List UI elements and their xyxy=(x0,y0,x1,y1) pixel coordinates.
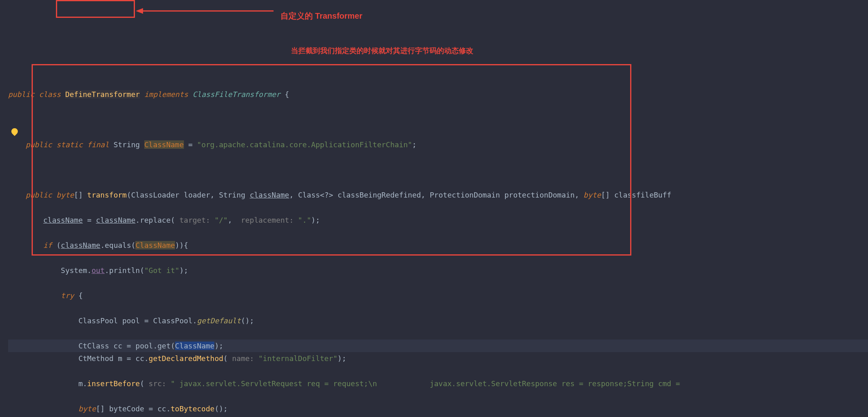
method: toBytecode xyxy=(171,404,214,413)
brackets: [] xyxy=(96,404,109,413)
close: ); xyxy=(311,216,320,224)
param: classfileBuff xyxy=(614,191,671,199)
keyword-try: try xyxy=(61,291,74,300)
type-byte: byte xyxy=(78,404,96,413)
param: loader xyxy=(184,191,210,199)
type: CtMethod xyxy=(78,354,113,363)
paren: ( xyxy=(52,241,61,249)
type: ClassPool xyxy=(153,316,193,325)
class: System xyxy=(61,266,87,275)
field: ClassName xyxy=(135,241,175,249)
annotation-box-classname xyxy=(56,0,135,18)
brackets: [] xyxy=(74,191,88,199)
eq: = xyxy=(122,354,136,363)
method: get xyxy=(158,342,171,350)
method: insertBefore xyxy=(87,379,140,388)
string: "Got it" xyxy=(144,266,180,275)
keyword-public: public xyxy=(8,90,34,99)
dot: . xyxy=(135,216,140,224)
string: "." xyxy=(298,216,311,224)
close: (); xyxy=(214,404,228,413)
var: byteCode xyxy=(109,404,144,413)
interface-name: ClassFileTransformer xyxy=(192,90,280,99)
keyword-if: if xyxy=(43,241,52,249)
method-transform: transform xyxy=(87,191,127,199)
brace: { xyxy=(74,291,83,300)
brackets: [] xyxy=(601,191,610,199)
keyword-static: static xyxy=(56,140,83,149)
keyword-public: public xyxy=(26,191,52,199)
var: cc xyxy=(135,354,144,363)
method: println xyxy=(109,266,140,275)
var: className xyxy=(96,216,136,224)
var: m xyxy=(78,379,83,388)
keyword-implements: implements xyxy=(144,90,188,99)
param: className xyxy=(250,191,289,199)
method: getDefault xyxy=(197,316,241,325)
keyword-public: public xyxy=(26,140,52,149)
var: pool xyxy=(122,316,140,325)
keyword-class: class xyxy=(39,90,61,99)
type-byte: byte xyxy=(56,191,74,199)
class-name: DefineTransformer xyxy=(65,90,140,99)
selected-text: ClassName xyxy=(175,342,215,350)
param: classBeingRedefined xyxy=(338,191,421,199)
type: ClassLoader xyxy=(131,191,180,199)
type-byte: byte xyxy=(584,191,601,199)
param: protectionDomain xyxy=(505,191,575,199)
param-hint: src: xyxy=(149,379,166,388)
code-editor[interactable]: public class DefineTransformer implement… xyxy=(0,75,868,417)
var: pool xyxy=(135,342,153,350)
eq: = xyxy=(122,342,136,350)
annotation-label-1: 自定义的 Transformer xyxy=(280,10,362,22)
param-hint: replacement: xyxy=(241,216,293,224)
field-classname: ClassName xyxy=(144,140,184,149)
method: replace xyxy=(140,216,171,224)
annotation-arrow xyxy=(136,5,278,17)
brace: { xyxy=(285,90,289,99)
type: ClassPool xyxy=(78,316,118,325)
eq: = xyxy=(184,140,197,149)
string: "/" xyxy=(214,216,228,224)
semi: ; xyxy=(412,140,417,149)
svg-marker-1 xyxy=(136,8,143,14)
eq: = xyxy=(144,404,158,413)
method: equals xyxy=(105,241,131,249)
string: " javax.servlet.ServletRequest req = req… xyxy=(171,379,680,388)
var: m xyxy=(118,354,122,363)
generic: <?> xyxy=(320,191,334,199)
string: "internalDoFilter" xyxy=(259,354,338,363)
eq: = xyxy=(83,216,96,224)
keyword-final: final xyxy=(87,140,109,149)
eq: = xyxy=(140,316,153,325)
close: ); xyxy=(338,354,346,363)
var: cc xyxy=(157,404,166,413)
close: ); xyxy=(180,266,188,275)
var: className xyxy=(61,241,100,249)
dot: . xyxy=(100,241,105,249)
param-hint: name: xyxy=(232,354,254,363)
annotation-label-2: 当拦截到我们指定类的时候就对其进行字节码的动态修改 xyxy=(291,45,473,57)
type-string: String xyxy=(113,140,140,149)
string-literal: "org.apache.catalina.core.ApplicationFil… xyxy=(197,140,412,149)
var: className xyxy=(43,216,83,224)
type: ProtectionDomain xyxy=(430,191,500,199)
close: (); xyxy=(241,316,254,325)
method: getDeclaredMethod xyxy=(149,354,223,363)
field-out: out xyxy=(92,266,105,275)
close: ); xyxy=(214,342,223,350)
type: String xyxy=(219,191,245,199)
type: CtClass xyxy=(78,342,109,350)
type: Class xyxy=(298,191,320,199)
close: )){ xyxy=(175,241,188,249)
param-hint: target: xyxy=(180,216,210,224)
var: cc xyxy=(113,342,122,350)
